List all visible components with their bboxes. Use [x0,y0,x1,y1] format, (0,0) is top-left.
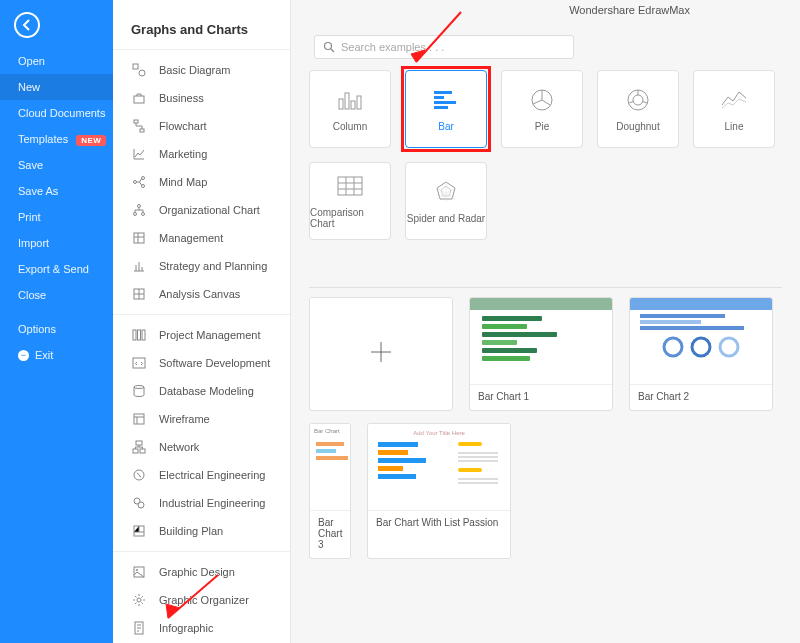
cat-analysis-canvas[interactable]: Analysis Canvas [113,280,290,308]
nav-exit-label: Exit [35,349,53,361]
svg-point-5 [134,181,137,184]
search-icon [323,41,335,53]
cat-marketing[interactable]: Marketing [113,140,290,168]
cat-building-plan[interactable]: Building Plan [113,517,290,545]
svg-point-9 [134,213,137,216]
columns-icon [131,327,147,343]
svg-rect-20 [133,449,138,453]
template-preview: Bar Chart [310,424,350,510]
svg-point-6 [142,177,145,180]
svg-rect-37 [434,96,444,99]
tile-pie[interactable]: Pie [501,70,583,148]
exit-icon: − [18,350,29,361]
database-icon [131,383,147,399]
section-divider [309,287,782,288]
search-box[interactable] [314,35,574,59]
cat-mind-map[interactable]: Mind Map [113,168,290,196]
cat-graphic-organizer[interactable]: Graphic Organizer [113,586,290,614]
svg-rect-21 [140,449,145,453]
cat-management[interactable]: Management [113,224,290,252]
graphic-design-icon [131,564,147,580]
cat-basic-diagram[interactable]: Basic Diagram [113,56,290,84]
svg-rect-0 [133,64,138,69]
svg-point-31 [325,43,332,50]
template-bar-chart-2[interactable]: Bar Chart 2 [629,297,773,411]
cat-graphic-design[interactable]: Graphic Design [113,558,290,586]
tile-bar[interactable]: Bar [405,70,487,148]
template-bar-chart-list-passion[interactable]: Add Your Title Here [367,423,511,559]
svg-rect-36 [434,91,452,94]
svg-point-7 [142,185,145,188]
column-chart-icon [334,87,366,113]
cat-project-mgmt[interactable]: Project Management [113,321,290,349]
svg-rect-33 [345,93,349,109]
cat-org-chart[interactable]: Organizational Chart [113,196,290,224]
graphic-organizer-icon [131,592,147,608]
back-button[interactable] [14,12,40,38]
svg-rect-38 [434,101,456,104]
svg-point-28 [137,598,141,602]
nav-export-send[interactable]: Export & Send [0,256,113,282]
template-bar-chart-1[interactable]: Bar Chart 1 [469,297,613,411]
chart-type-grid: Column Bar Pie Doughnut Line Comparison … [309,70,800,240]
nav-import[interactable]: Import [0,230,113,256]
cat-database[interactable]: Database Modeling [113,377,290,405]
svg-point-46 [664,338,682,356]
cat-software-dev[interactable]: Software Development [113,349,290,377]
svg-rect-11 [134,233,144,243]
tile-column[interactable]: Column [309,70,391,148]
building-plan-icon [131,523,147,539]
category-group-1: Basic Diagram Business Flowchart Marketi… [113,49,290,314]
grid-icon [131,286,147,302]
template-bar-chart-3[interactable]: Bar Chart Bar Chart 3 [309,423,351,559]
nav-save-as[interactable]: Save As [0,178,113,204]
nav-print[interactable]: Print [0,204,113,230]
template-blank[interactable] [309,297,453,411]
tile-spider-radar[interactable]: Spider and Radar [405,162,487,240]
cat-strategy[interactable]: Strategy and Planning [113,252,290,280]
template-caption: Bar Chart With List Passion [368,510,510,536]
industrial-icon [131,495,147,511]
cat-industrial[interactable]: Industrial Engineering [113,489,290,517]
nav-new[interactable]: New [0,74,113,100]
nav-templates[interactable]: Templates NEW [0,126,113,152]
tile-comparison[interactable]: Comparison Chart [309,162,391,240]
template-preview [470,298,612,384]
comparison-chart-icon [334,173,366,199]
nav-options[interactable]: Options [0,316,113,342]
tile-doughnut[interactable]: Doughnut [597,70,679,148]
network-icon [131,439,147,455]
app-title: Wondershare EdrawMax [569,4,690,16]
file-menu-sidebar: Open New Cloud Documents Templates NEW S… [0,0,113,643]
category-group-3: Graphic Design Graphic Organizer Infogra… [113,551,290,643]
nav-cloud-documents[interactable]: Cloud Documents [0,100,113,126]
search-input[interactable] [341,41,565,53]
cat-network[interactable]: Network [113,433,290,461]
svg-rect-39 [434,106,448,109]
cat-electrical[interactable]: Electrical Engineering [113,461,290,489]
management-icon [131,230,147,246]
svg-rect-15 [142,330,145,340]
bar-chart-icon [430,87,462,113]
nav-open[interactable]: Open [0,48,113,74]
pie-chart-icon [526,87,558,113]
doughnut-chart-icon [622,87,654,113]
infographic-icon [131,620,147,636]
template-grid: Bar Chart 1 [309,297,800,559]
tile-line[interactable]: Line [693,70,775,148]
svg-rect-3 [134,120,138,123]
cat-business[interactable]: Business [113,84,290,112]
template-caption: Bar Chart 2 [630,384,772,410]
template-preview [630,298,772,384]
cat-infographic[interactable]: Infographic [113,614,290,642]
template-caption: Bar Chart 3 [310,510,350,558]
cat-flowchart[interactable]: Flowchart [113,112,290,140]
nav-close[interactable]: Close [0,282,113,308]
nav-exit[interactable]: − Exit [0,342,113,368]
cat-wireframe[interactable]: Wireframe [113,405,290,433]
svg-point-48 [720,338,738,356]
nav-save[interactable]: Save [0,152,113,178]
svg-point-42 [633,95,643,105]
svg-rect-32 [339,99,343,109]
radar-chart-icon [430,179,462,205]
